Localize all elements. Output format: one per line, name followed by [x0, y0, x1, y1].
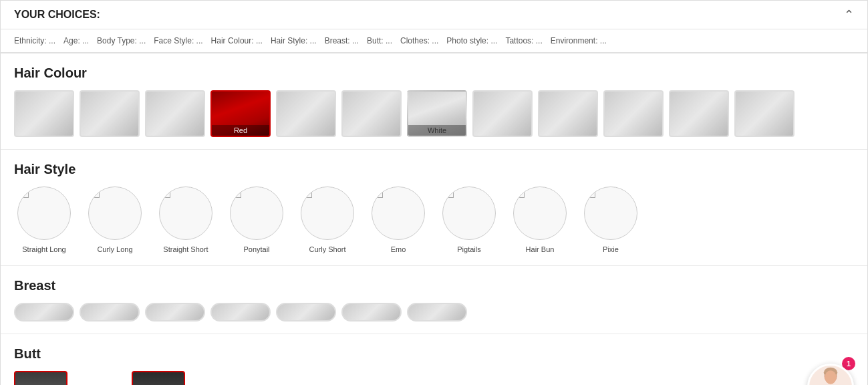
hair-colour-section: Hair Colour RedWhite: [1, 53, 867, 150]
hair-style-label-hs6: Emo: [391, 245, 406, 253]
butt-image-bt1: Small: [14, 371, 67, 385]
breast-swatch-br6[interactable]: [341, 303, 402, 322]
nav-item-hair_colour[interactable]: Hair Colour: ...: [211, 36, 263, 45]
hair-style-circle-hs7: [442, 186, 496, 240]
hair-style-label-hs7: Pigtails: [457, 245, 480, 253]
breast-section: Breast: [1, 266, 867, 334]
breast-swatch-br2[interactable]: [80, 303, 140, 322]
hair-style-item-hs9[interactable]: Pixie: [581, 186, 641, 253]
hair-colour-swatch-hc6[interactable]: [341, 90, 402, 137]
app-container: YOUR CHOICES: ⌃ Ethnicity: ...Age: ...Bo…: [0, 0, 868, 385]
breast-title: Breast: [14, 278, 854, 293]
nav-item-breast[interactable]: Breast: ...: [325, 36, 359, 45]
hair-style-circle-hs6: [372, 186, 425, 240]
collapse-icon[interactable]: ⌃: [844, 7, 854, 22]
hair-style-circle-hs5: [301, 186, 354, 240]
hair-colour-swatch-hc12[interactable]: [734, 90, 794, 137]
butt-item-bt3[interactable]: Large: [132, 371, 185, 385]
hair-style-item-hs8[interactable]: Hair Bun: [510, 186, 570, 253]
nav-item-tattoos[interactable]: Tattoos: ...: [505, 36, 542, 45]
hair-style-circle-hs1: [17, 186, 71, 240]
hair-colour-swatch-hc8[interactable]: [472, 90, 533, 137]
header: YOUR CHOICES: ⌃: [1, 1, 867, 29]
hair-style-item-hs6[interactable]: Emo: [368, 186, 428, 253]
hair-style-label-hs8: Hair Bun: [526, 245, 555, 253]
svg-point-2: [825, 370, 836, 384]
nav-item-photo_style[interactable]: Photo style: ...: [446, 36, 497, 45]
nav-item-environment[interactable]: Environment: ...: [551, 36, 607, 45]
butt-section: Butt SmallLarge: [1, 334, 867, 385]
hair-style-item-hs4[interactable]: Ponytail: [227, 186, 287, 253]
hair-colour-swatch-hc10[interactable]: [603, 90, 664, 137]
nav-item-hair_style[interactable]: Hair Style: ...: [271, 36, 317, 45]
hair-style-circle-hs2: [88, 186, 142, 240]
hair-colour-swatch-hc5[interactable]: [276, 90, 336, 137]
hair-style-section: Hair Style Straight LongCurly LongStraig…: [1, 150, 867, 266]
hair-style-circle-hs4: [230, 186, 283, 240]
hair-colour-swatch-hc2[interactable]: [80, 90, 140, 137]
hair-style-item-hs1[interactable]: Straight Long: [14, 186, 74, 253]
hair-style-label-hs2: Curly Long: [97, 245, 132, 253]
hair-colour-swatch-hc7[interactable]: White: [407, 90, 467, 137]
hair-style-row: Straight LongCurly LongStraight ShortPon…: [14, 186, 854, 253]
breast-swatch-br4[interactable]: [210, 303, 271, 322]
nav-item-clothes[interactable]: Clothes: ...: [400, 36, 438, 45]
hair-colour-swatch-hc4[interactable]: Red: [210, 90, 271, 137]
breast-swatch-br7[interactable]: [407, 303, 467, 322]
butt-item-bt1[interactable]: Small: [14, 371, 67, 385]
hair-colour-swatch-hc9[interactable]: [538, 90, 598, 137]
hair-style-item-hs5[interactable]: Curly Short: [297, 186, 357, 253]
hair-style-label-hs1: Straight Long: [22, 245, 65, 253]
butt-image-bt3: Large: [132, 371, 185, 385]
nav-item-body_type[interactable]: Body Type: ...: [97, 36, 146, 45]
nav-bar: Ethnicity: ...Age: ...Body Type: ...Face…: [1, 29, 867, 53]
breast-swatch-br5[interactable]: [276, 303, 336, 322]
hair-colour-title: Hair Colour: [14, 66, 854, 81]
hair-style-circle-hs8: [513, 186, 567, 240]
nav-item-age[interactable]: Age: ...: [63, 36, 89, 45]
hair-style-circle-hs9: [584, 186, 637, 240]
hair-style-title: Hair Style: [14, 162, 854, 177]
nav-item-face_style[interactable]: Face Style: ...: [154, 36, 202, 45]
butt-title: Butt: [14, 346, 854, 362]
breast-row: [14, 303, 854, 322]
hair-style-label-hs3: Straight Short: [163, 245, 208, 253]
hair-style-label-hs5: Curly Short: [309, 245, 345, 253]
breast-swatch-br1[interactable]: [14, 303, 74, 322]
page-title: YOUR CHOICES:: [14, 9, 100, 21]
hair-style-item-hs2[interactable]: Curly Long: [85, 186, 145, 253]
hair-style-label-hs4: Ponytail: [243, 245, 269, 253]
breast-swatch-br3[interactable]: [145, 303, 205, 322]
avatar-icon: [811, 367, 851, 385]
hair-style-label-hs9: Pixie: [603, 245, 619, 253]
hair-style-circle-hs3: [159, 186, 212, 240]
hair-colour-swatch-hc11[interactable]: [669, 90, 729, 137]
hair-colour-swatch-hc1[interactable]: [14, 90, 74, 137]
butt-row: SmallLarge: [14, 371, 854, 385]
nav-item-butt[interactable]: Butt: ...: [367, 36, 392, 45]
nav-item-ethnicity[interactable]: Ethnicity: ...: [14, 36, 55, 45]
hair-colour-swatch-hc3[interactable]: [145, 90, 205, 137]
hair-colour-row: RedWhite: [14, 90, 854, 137]
hair-style-item-hs3[interactable]: Straight Short: [156, 186, 216, 253]
hair-style-item-hs7[interactable]: Pigtails: [439, 186, 499, 253]
